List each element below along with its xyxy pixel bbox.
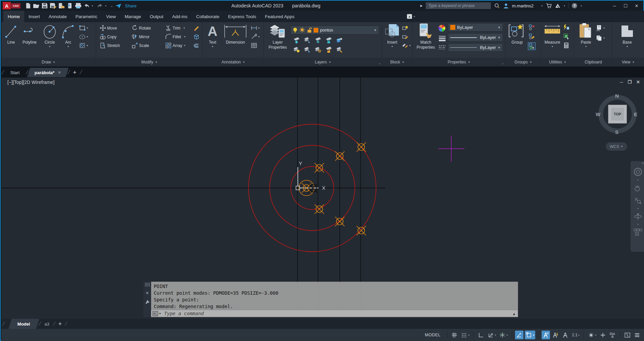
graphics-performance-button[interactable]	[608, 331, 617, 339]
annotation-visibility-toggle[interactable]	[542, 331, 550, 339]
trim-button[interactable]: Trim ▾	[165, 25, 185, 31]
user-dropdown-icon[interactable]: ▾	[541, 4, 543, 7]
pan-icon[interactable]	[634, 184, 642, 192]
tab-addins[interactable]: Add-ins	[168, 11, 192, 22]
erase-button[interactable]	[193, 25, 199, 31]
tab-home[interactable]: Home	[3, 11, 24, 22]
tab-annotate[interactable]: Annotate	[44, 11, 71, 22]
panel-label-view[interactable]: View▼	[612, 58, 644, 66]
lineweight-dropdown[interactable]: ByLayer ▼	[448, 33, 503, 42]
ellipse-button[interactable]: ▾	[79, 34, 88, 40]
cart-icon[interactable]	[546, 3, 552, 9]
share-icon[interactable]	[115, 2, 122, 9]
group-selection-toggle[interactable]	[528, 42, 536, 50]
doc-minimize-icon[interactable]: ─	[620, 80, 623, 85]
clean-screen-button[interactable]	[623, 331, 632, 339]
command-input[interactable]: >_ ▼ Type a command ▲	[151, 310, 518, 317]
tab-manage[interactable]: Manage	[120, 11, 145, 22]
panel-label-properties[interactable]: Properties▼⌟	[413, 58, 505, 66]
undo-dropdown-icon[interactable]: ▾	[92, 4, 95, 7]
tab-collaborate[interactable]: Collaborate	[192, 11, 224, 22]
layers-dialog-launcher-icon[interactable]: ⌟	[379, 61, 380, 64]
create-block-button[interactable]	[402, 25, 408, 31]
search-icon[interactable]	[494, 3, 500, 9]
scale-button[interactable]: Scale	[132, 42, 149, 49]
annotation-scale-value[interactable]: 1:1▾	[571, 331, 581, 339]
new-file-icon[interactable]	[25, 2, 31, 9]
linetype-button[interactable]	[439, 44, 446, 51]
edit-attributes-button[interactable]: ▾	[402, 42, 411, 49]
lineweight-button[interactable]	[439, 35, 446, 41]
save-as-icon[interactable]	[50, 2, 56, 9]
help-icon[interactable]: ?	[571, 3, 578, 9]
properties-dialog-launcher-icon[interactable]: ⌟	[502, 61, 503, 64]
orbit-icon[interactable]	[634, 212, 642, 221]
share-label[interactable]: Share	[125, 3, 137, 8]
layer-make-current-icon[interactable]	[293, 46, 300, 53]
tab-parametric[interactable]: Parametric	[71, 11, 102, 22]
offset-button[interactable]	[193, 42, 199, 49]
table-button[interactable]	[251, 42, 257, 49]
copy-clip-button[interactable]: ▾	[596, 35, 605, 41]
qat-customize-icon[interactable]: ⌄	[110, 4, 113, 8]
leader-button[interactable]: ▾	[251, 34, 260, 40]
file-tab-close-icon[interactable]: ✕	[58, 70, 61, 75]
tab-express-tools[interactable]: Express Tools	[224, 11, 261, 22]
arc-button[interactable]: Arc ▾	[60, 23, 76, 48]
panel-label-groups[interactable]: Groups▼	[506, 58, 541, 66]
polyline-button[interactable]: Polyline	[19, 23, 40, 45]
transfer-icon[interactable]	[66, 2, 73, 9]
panel-label-modify[interactable]: Modify▼	[96, 58, 202, 66]
open-folder-icon[interactable]	[33, 2, 40, 9]
ribbon-minimize-dropdown-icon[interactable]: ▾	[414, 15, 415, 18]
redo-icon[interactable]	[97, 2, 103, 9]
quick-select-button[interactable]	[563, 24, 569, 31]
tab-view[interactable]: View	[102, 11, 120, 22]
panel-label-draw[interactable]: Draw▼	[1, 58, 96, 66]
drawing-canvas[interactable]: YX [−][Top][2D Wireframe] ─ ❐ ✕ N S W E …	[1, 77, 644, 319]
select-similar-button[interactable]	[563, 33, 569, 40]
minimize-button[interactable]: ─	[610, 2, 618, 9]
annotation-scale-icon[interactable]	[561, 331, 569, 339]
tab-output[interactable]: Output	[145, 11, 168, 22]
layer-unlock2-icon[interactable]	[325, 46, 332, 53]
command-window[interactable]: ✕ POINT Current point modes: PDMODE=35 P…	[143, 282, 518, 317]
new-layout-button[interactable]: +	[58, 321, 62, 328]
autodesk-dropdown-icon[interactable]: ▾	[564, 4, 565, 7]
help-dropdown-icon[interactable]: ▾	[581, 4, 582, 7]
object-color-dropdown[interactable]: ByLayer ▼	[448, 23, 503, 32]
stretch-button[interactable]: Stretch	[100, 42, 120, 49]
navigation-bar[interactable]: ✕ ▾ ▾ ▾	[631, 161, 644, 252]
grid-toggle[interactable]	[450, 331, 459, 339]
match-properties-button[interactable]: Match Properties	[415, 23, 436, 50]
viewcube-south[interactable]: S	[615, 129, 618, 135]
command-customize-icon[interactable]	[145, 300, 150, 304]
zoom-icon[interactable]	[634, 197, 642, 205]
hatch-button[interactable]: ▾	[79, 42, 88, 49]
tab-featured-apps[interactable]: Featured Apps	[261, 11, 299, 22]
object-snap-toggle[interactable]: ▾	[525, 331, 535, 339]
search-expand-icon[interactable]: ▶	[420, 4, 423, 7]
command-recent-icon[interactable]: ▼	[159, 312, 161, 315]
save-icon[interactable]	[41, 2, 48, 9]
cut-button[interactable]: ▾	[596, 25, 605, 31]
layer-match-icon[interactable]	[336, 37, 342, 43]
move-button[interactable]: Move	[100, 25, 117, 31]
panel-label-clipboard[interactable]: Clipboard	[574, 58, 612, 66]
isodraft-toggle[interactable]: ▾	[498, 331, 509, 339]
file-tab-parabola[interactable]: parábola*✕	[27, 68, 68, 77]
insert-button[interactable]: Insert ▾	[384, 23, 401, 48]
snap-toggle[interactable]: ▾	[460, 331, 470, 339]
command-drag-grip[interactable]	[145, 283, 150, 286]
dim-linear-button[interactable]: ▾	[251, 25, 260, 31]
linetype-dropdown[interactable]: ByLayer ▼	[448, 43, 503, 52]
viewcube[interactable]: N S W E TOP	[598, 94, 637, 134]
command-close-icon[interactable]: ✕	[145, 291, 149, 295]
viewcube-north[interactable]: N	[615, 93, 619, 99]
wcs-dropdown[interactable]: WCS▼	[606, 143, 627, 150]
tab-insert[interactable]: Insert	[24, 11, 44, 22]
showmotion-icon[interactable]	[634, 228, 642, 236]
group-edit-button[interactable]	[528, 33, 535, 40]
customization-menu-button[interactable]	[633, 331, 641, 339]
file-tab-start[interactable]: Start	[3, 68, 27, 77]
